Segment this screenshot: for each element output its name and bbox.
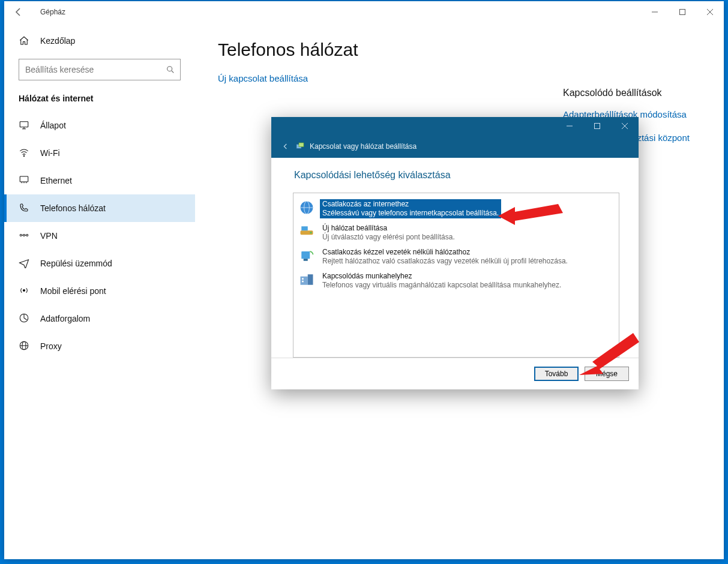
wizard-footer: Tovább Mégse	[271, 358, 639, 389]
new-connection-link[interactable]: Új kapcsolat beállítása	[218, 73, 701, 83]
sidebar-item-proxy[interactable]: Proxy	[4, 332, 195, 360]
dialup-icon	[19, 202, 40, 215]
svg-point-11	[20, 234, 22, 236]
wizard-option-title: Csatlakozás kézzel vezeték nélküli hálóz…	[322, 248, 568, 257]
sidebar-item-label: Wi-Fi	[40, 148, 60, 158]
wizard-header: Kapcsolat vagy hálózat beállítása	[271, 135, 639, 158]
search-placeholder: Beállítás keresése	[25, 65, 166, 74]
wizard-option-title: Új hálózat beállítása	[322, 224, 455, 233]
svg-point-9	[23, 155, 25, 157]
connection-wizard-window: Kapcsolat vagy hálózat beállítása Kapcso…	[271, 117, 639, 389]
svg-point-12	[23, 234, 25, 236]
sidebar-item-airplane[interactable]: Repülési üzemmód	[4, 250, 195, 277]
sidebar-item-label: Repülési üzemmód	[40, 259, 112, 268]
svg-rect-6	[20, 121, 28, 127]
newnet-icon	[298, 223, 315, 240]
wifi-icon	[19, 147, 40, 160]
wizard-option-sub: Szélessávú vagy telefonos internetkapcso…	[322, 209, 499, 218]
settings-sidebar: Kezdőlap Beállítás keresése Hálózat és i…	[4, 23, 195, 559]
svg-point-14	[23, 289, 25, 291]
svg-point-30	[310, 232, 312, 234]
wizard-option-list: Csatlakozás az internethezSzélessávú vag…	[293, 193, 619, 358]
sidebar-item-datausage[interactable]: Adatforgalom	[4, 305, 195, 332]
svg-rect-32	[304, 259, 308, 261]
wizard-option-internet[interactable]: Csatlakozás az internethezSzélessávú vag…	[293, 197, 619, 221]
wizard-option-title: Csatlakozás az internethez	[322, 200, 499, 209]
close-button[interactable]	[696, 2, 724, 22]
svg-rect-31	[301, 251, 310, 259]
sidebar-item-hotspot[interactable]: Mobil elérési pont	[4, 277, 195, 305]
settings-title: Gépház	[40, 8, 65, 16]
sidebar-category: Hálózat és internet	[4, 89, 195, 112]
wizard-option-newnet[interactable]: Új hálózat beállításaÚj útválasztó vagy …	[293, 221, 619, 245]
sidebar-item-status[interactable]: Állapot	[4, 112, 195, 139]
svg-rect-24	[299, 143, 304, 147]
wizard-option-manualwifi[interactable]: Csatlakozás kézzel vezeték nélküli hálóz…	[293, 245, 619, 269]
wizard-close-button[interactable]	[611, 117, 639, 135]
wizard-titlebar	[271, 117, 639, 135]
home-icon	[19, 35, 29, 46]
wizard-option-title: Kapcsolódás munkahelyhez	[322, 272, 561, 281]
page-title: Telefonos hálózat	[218, 40, 701, 60]
svg-rect-34	[308, 274, 313, 285]
wizard-minimize-button[interactable]	[556, 117, 583, 135]
search-input[interactable]: Beállítás keresése	[19, 59, 181, 80]
sidebar-item-wifi[interactable]: Wi-Fi	[4, 139, 195, 167]
wizard-back-icon[interactable]	[278, 139, 293, 154]
sidebar-item-label: Telefonos hálózat	[40, 203, 106, 213]
airplane-icon	[19, 257, 40, 270]
wizard-body: Kapcsolódási lehetőség kiválasztása Csat…	[271, 158, 639, 358]
svg-line-5	[172, 71, 173, 73]
svg-rect-33	[301, 277, 308, 285]
sidebar-home[interactable]: Kezdőlap	[4, 28, 195, 54]
wizard-maximize-button[interactable]	[583, 117, 611, 135]
wizard-next-button[interactable]: Tovább	[534, 367, 579, 381]
manualwifi-icon	[298, 247, 315, 264]
sidebar-item-dialup[interactable]: Telefonos hálózat	[4, 194, 195, 222]
sidebar-item-label: Mobil elérési pont	[40, 286, 106, 296]
hotspot-icon	[19, 285, 40, 298]
internet-icon	[298, 199, 315, 216]
workplace-icon	[298, 271, 315, 288]
svg-rect-10	[20, 176, 28, 182]
datausage-icon	[19, 313, 40, 325]
search-icon	[166, 65, 175, 74]
related-header: Kapcsolódó beállítások	[563, 88, 701, 98]
sidebar-item-label: Ethernet	[40, 176, 72, 185]
sidebar-item-ethernet[interactable]: Ethernet	[4, 167, 195, 194]
network-setup-icon	[295, 142, 305, 151]
sidebar-item-label: Adatforgalom	[40, 314, 90, 323]
sidebar-item-label: Proxy	[40, 341, 62, 351]
wizard-cancel-button[interactable]: Mégse	[585, 367, 629, 381]
sidebar-home-label: Kezdőlap	[40, 36, 75, 46]
proxy-icon	[19, 340, 40, 353]
wizard-title: Kapcsolat vagy hálózat beállítása	[310, 142, 417, 151]
wizard-option-workplace[interactable]: Kapcsolódás munkahelyhezTelefonos vagy v…	[293, 269, 619, 293]
svg-rect-20	[595, 124, 600, 129]
sidebar-item-label: VPN	[40, 231, 58, 241]
svg-rect-36	[302, 281, 304, 283]
svg-point-4	[167, 67, 172, 71]
wizard-option-sub: Új útválasztó vagy elérési pont beállítá…	[322, 233, 455, 242]
settings-titlebar: Gépház	[4, 1, 724, 23]
wizard-option-sub: Rejtett hálózathoz való csatlakozás vagy…	[322, 257, 568, 266]
svg-point-13	[26, 234, 28, 236]
sidebar-item-label: Állapot	[40, 121, 66, 130]
back-icon[interactable]	[11, 5, 26, 19]
svg-rect-35	[302, 278, 304, 280]
vpn-icon	[19, 230, 40, 242]
wizard-heading: Kapcsolódási lehetőség kiválasztása	[294, 170, 619, 181]
maximize-button[interactable]	[669, 2, 696, 22]
sidebar-item-vpn[interactable]: VPN	[4, 222, 195, 250]
svg-rect-29	[301, 226, 308, 230]
minimize-button[interactable]	[641, 2, 669, 22]
status-icon	[19, 119, 40, 132]
svg-rect-1	[680, 10, 685, 15]
ethernet-icon	[19, 175, 40, 187]
wizard-option-sub: Telefonos vagy virtuális magánhálózati k…	[322, 281, 561, 290]
